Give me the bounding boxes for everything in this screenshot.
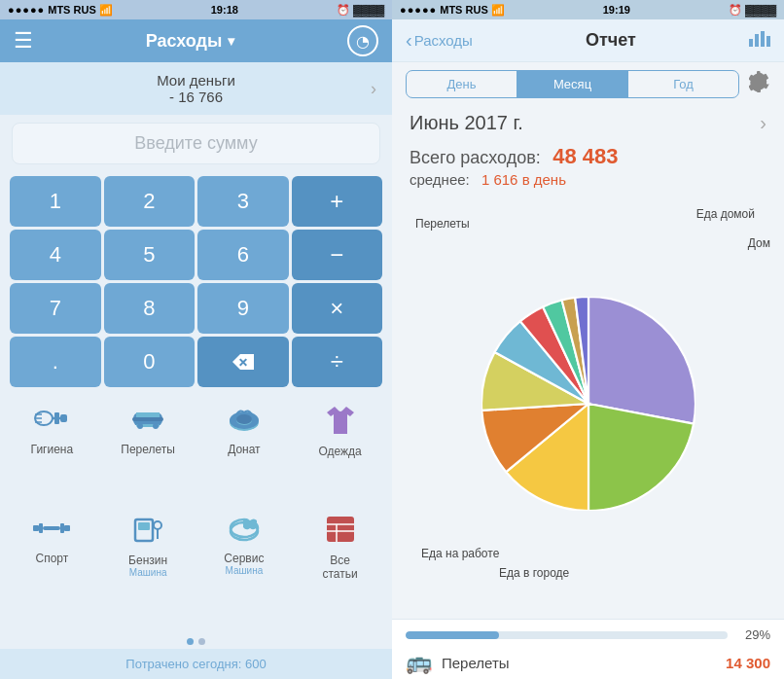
balance-section[interactable]: Мои деньги - 16 766 › [0,62,392,115]
list-item-amount: 14 300 [726,655,770,671]
app-title: Расходы [146,31,223,52]
left-status-bar: ●●●●● MTS RUS 📶 19:18 ⏰ ▓▓▓▓ [0,0,392,19]
pie-label-edanarabote: Еда на работе [421,547,499,560]
time-left: 19:18 [211,4,238,16]
svg-rect-34 [749,39,753,47]
page-dots [0,634,392,649]
amount-input[interactable]: Введите сумму [12,123,380,164]
battery-right: ▓▓▓▓ [745,4,776,16]
totals-section: Всего расходов: 48 483 среднее: 1 616 в … [392,140,784,188]
category-service[interactable]: Сервис Машина [196,508,293,630]
right-panel: ●●●●● MTS RUS 📶 19:19 ⏰ ▓▓▓▓ ‹ Расходы О… [392,0,784,679]
dropdown-icon[interactable]: ▾ [228,33,234,49]
category-flights[interactable]: Перелеты [100,399,196,508]
sport-icon [32,514,71,548]
category-donat[interactable]: Донат [196,399,293,508]
progress-pct: 29% [737,627,770,642]
pie-chart [481,297,695,511]
key-7[interactable]: 7 [10,283,101,334]
svg-rect-23 [138,522,150,530]
svg-rect-35 [755,34,759,47]
pie-label-edadomoi: Еда домой [696,207,755,221]
back-label: Расходы [414,32,473,49]
all-icon [324,514,357,550]
flights-label: Перелеты [121,443,175,456]
tab-group: День Месяц Год [406,70,739,98]
period-text: Июнь 2017 г. [410,112,523,134]
back-chevron-icon: ‹ [406,29,412,52]
key-minus[interactable]: − [292,230,383,280]
settings-button[interactable] [749,71,770,97]
svg-point-11 [153,423,159,429]
list-item-label: Перелеты [442,655,716,671]
key-8[interactable]: 8 [104,283,196,334]
chart-bars-icon[interactable] [749,29,770,52]
svg-rect-30 [327,517,354,542]
right-status-bar: ●●●●● MTS RUS 📶 19:19 ⏰ ▓▓▓▓ [392,0,784,19]
numpad: 1 2 3 + 4 5 6 − 7 8 9 × . 0 ÷ [0,172,392,391]
key-9[interactable]: 9 [197,283,289,334]
top-bar-title-group: Расходы ▾ [146,31,235,52]
key-3[interactable]: 3 [197,176,289,227]
alarm-icon-right: ⏰ [729,4,742,17]
tab-day[interactable]: День [407,71,517,97]
key-multiply[interactable]: × [292,283,383,334]
category-clothes[interactable]: Одежда [292,399,388,508]
balance-line2: - 16 766 [136,89,257,105]
left-status-left: ●●●●● MTS RUS 📶 [8,4,113,17]
progress-bar-row: 29% [406,620,770,646]
back-button[interactable]: ‹ Расходы [406,29,473,52]
key-backspace[interactable] [197,337,289,387]
list-item[interactable]: 🚌 Перелеты 14 300 [406,646,770,679]
key-0[interactable]: 0 [104,337,196,387]
tab-month[interactable]: Месяц [517,71,628,97]
key-plus[interactable]: + [292,176,383,227]
svg-point-16 [236,414,252,424]
wifi-icon-right: 📶 [491,4,505,17]
svg-rect-37 [766,36,770,47]
key-5[interactable]: 5 [104,230,196,280]
svg-rect-21 [64,525,70,531]
category-hygiene[interactable]: Гигиена [4,399,100,508]
svg-rect-12 [132,417,163,421]
list-item-icon: 🚌 [406,650,432,675]
avg-value: 1 616 в день [481,171,566,188]
pie-label-edavgorode: Еда в городе [499,566,569,580]
dot-1 [187,638,194,645]
tab-year[interactable]: Год [628,71,738,97]
signal-dots: ●●●●● [8,4,45,16]
svg-point-10 [137,423,143,429]
fuel-sublabel: Машина [129,567,167,578]
key-2[interactable]: 2 [104,176,196,227]
donat-label: Донат [228,443,260,456]
carrier-right: MTS RUS [440,4,488,16]
key-6[interactable]: 6 [197,230,289,280]
key-4[interactable]: 4 [10,230,101,280]
tab-bar: День Месяц Год [392,62,784,106]
key-divide[interactable]: ÷ [292,337,383,387]
avg-row: среднее: 1 616 в день [410,171,766,188]
balance-text: Мои деньги - 16 766 [136,72,257,105]
key-dot[interactable]: . [10,337,101,387]
categories-grid: Гигиена Перелеты [0,391,392,634]
svg-rect-5 [54,412,59,424]
category-sport[interactable]: Спорт [4,508,100,630]
sport-label: Спорт [36,552,69,565]
period-arrow-icon: › [760,112,766,134]
fuel-label: Бензин [128,554,167,567]
pie-label-dom: Дом [748,236,770,250]
left-panel: ●●●●● MTS RUS 📶 19:18 ⏰ ▓▓▓▓ ☰ Расходы ▾… [0,0,392,679]
category-all[interactable]: Все статьи [292,508,388,630]
key-1[interactable]: 1 [10,176,101,227]
period-row[interactable]: Июнь 2017 г. › [392,106,784,140]
left-status-right: ⏰ ▓▓▓▓ [337,4,384,17]
hygiene-label: Гигиена [31,443,74,456]
menu-icon[interactable]: ☰ [14,28,33,54]
fuel-icon [131,514,164,550]
clock-button[interactable]: ◔ [347,25,378,56]
balance-arrow-icon: › [371,79,376,98]
total-label: Всего расходов: [410,148,541,167]
svg-point-24 [154,521,161,529]
amount-placeholder: Введите сумму [134,133,257,153]
category-fuel[interactable]: Бензин Машина [100,508,196,630]
